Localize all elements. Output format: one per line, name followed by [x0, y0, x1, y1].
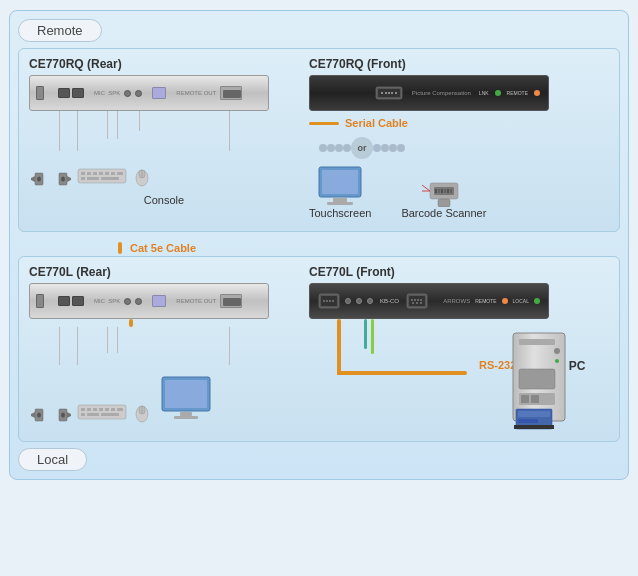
- line-audio-1: [107, 111, 108, 139]
- fp-led-lnk: [495, 90, 501, 96]
- fp-remote-text-2: REMOTE: [507, 90, 528, 96]
- rs232-port-label: KB-CO: [380, 298, 399, 304]
- svg-rect-49: [81, 408, 85, 411]
- keyboard-icon: [77, 165, 127, 187]
- barcode-scanner-label: Barcode Scanner: [401, 207, 486, 219]
- serial-cable-left: [309, 122, 339, 125]
- barcode-device: Barcode Scanner: [401, 165, 486, 219]
- bottom-speakers: [29, 404, 73, 426]
- svg-rect-9: [93, 172, 97, 175]
- svg-rect-13: [117, 172, 123, 175]
- bottom-console-icons: [29, 375, 299, 426]
- svg-point-2: [37, 177, 41, 182]
- svg-rect-73: [409, 296, 425, 306]
- bottom-mouse-icon: [134, 401, 150, 423]
- dot-2: [327, 144, 335, 152]
- svg-rect-15: [87, 177, 99, 180]
- mouse-icon: [134, 165, 150, 187]
- dot-6: [381, 144, 389, 152]
- svg-rect-53: [105, 408, 109, 411]
- dots-or-row: or: [319, 137, 609, 159]
- svg-point-76: [417, 299, 419, 301]
- svg-rect-7: [81, 172, 85, 175]
- or-circle: or: [351, 137, 373, 159]
- svg-point-80: [420, 302, 422, 304]
- svg-point-77: [420, 299, 422, 301]
- touchscreen-label: Touchscreen: [309, 207, 371, 219]
- svg-marker-1: [31, 176, 35, 182]
- speakers: [29, 168, 73, 190]
- local-badge: Local: [18, 442, 620, 471]
- power-port-l: [36, 294, 44, 308]
- svg-rect-87: [521, 395, 529, 403]
- cat5e-cable-line: [118, 242, 122, 254]
- remote-label: Remote: [18, 19, 102, 42]
- dot-1: [319, 144, 327, 152]
- rj45-port-l: [152, 295, 166, 307]
- svg-rect-55: [117, 408, 123, 411]
- cat5e-vert-line: [129, 319, 133, 327]
- svg-point-23: [385, 92, 387, 94]
- rear-l-lines: [29, 327, 269, 371]
- monitor-icon: [160, 375, 212, 423]
- cat5e-label: Cat 5e Cable: [130, 242, 196, 254]
- usb-port-1: [58, 88, 70, 98]
- svg-rect-56: [81, 413, 85, 416]
- svg-rect-85: [519, 369, 555, 389]
- line-l-usb2: [77, 327, 78, 365]
- port-label-remote: REMOTE OUT: [176, 90, 216, 96]
- svg-point-5: [61, 177, 65, 182]
- cat5e-cable-area: Cat 5e Cable: [18, 240, 620, 256]
- svg-rect-64: [180, 412, 192, 416]
- svg-rect-28: [322, 170, 358, 194]
- dot-8: [397, 144, 405, 152]
- front-rq-label: CE770RQ (Front): [309, 57, 609, 71]
- devices-row: Touchscreen: [309, 165, 609, 219]
- svg-rect-82: [519, 339, 555, 345]
- svg-rect-57: [87, 413, 99, 416]
- svg-rect-94: [514, 425, 554, 429]
- fp-led-remote: [534, 90, 540, 96]
- line-usb-2: [77, 111, 78, 151]
- fp-audio-l1: [345, 298, 351, 304]
- top-right-area: CE770RQ (Front) Picture Compensation: [299, 57, 609, 219]
- svg-rect-51: [93, 408, 97, 411]
- fp-audio-l2: [356, 298, 362, 304]
- remote-badge: Remote: [18, 19, 620, 48]
- rs232-port-icon: [406, 292, 428, 310]
- audio-port-l2: [135, 298, 142, 305]
- svg-rect-16: [101, 177, 119, 180]
- top-devices-row: CE770RQ (Rear) MIC SPK R: [29, 57, 609, 219]
- cpu-port-icon: [318, 292, 340, 310]
- bottom-right-area: CE770L (Front) K: [299, 265, 609, 429]
- svg-point-22: [381, 92, 383, 94]
- local-label: Local: [18, 448, 87, 471]
- usb-port-l2: [72, 296, 84, 306]
- fp-remote-text: Picture Compensation: [412, 90, 471, 96]
- bottom-section: CE770L (Rear) MIC SPK RE: [18, 256, 620, 442]
- svg-rect-58: [101, 413, 119, 416]
- svg-rect-12: [111, 172, 115, 175]
- rear-l-label: CE770L (Rear): [29, 265, 299, 279]
- cat5e-cable: [118, 242, 122, 254]
- speaker-group: [29, 168, 73, 190]
- svg-point-26: [395, 92, 397, 94]
- svg-point-25: [391, 92, 393, 94]
- bottom-keyboard-mouse: [77, 401, 150, 426]
- svg-rect-88: [531, 395, 539, 403]
- power-port: [36, 86, 44, 100]
- audio-port-1: [124, 90, 131, 97]
- touchscreen-icon: [315, 165, 365, 207]
- line-vga: [229, 111, 230, 151]
- svg-marker-46: [67, 412, 71, 418]
- rs232-horiz-cable: [337, 371, 467, 375]
- svg-marker-4: [67, 176, 71, 182]
- fp-l-arrows: ARROWS: [443, 298, 470, 304]
- port-label-remote-l: REMOTE OUT: [176, 298, 216, 304]
- svg-rect-6: [78, 169, 126, 183]
- svg-point-44: [37, 413, 41, 418]
- speaker-left-icon: [29, 168, 49, 190]
- usb-ports: [58, 88, 84, 98]
- port-labels-l: MIC SPK: [94, 298, 120, 304]
- line-l-audio2: [117, 327, 118, 353]
